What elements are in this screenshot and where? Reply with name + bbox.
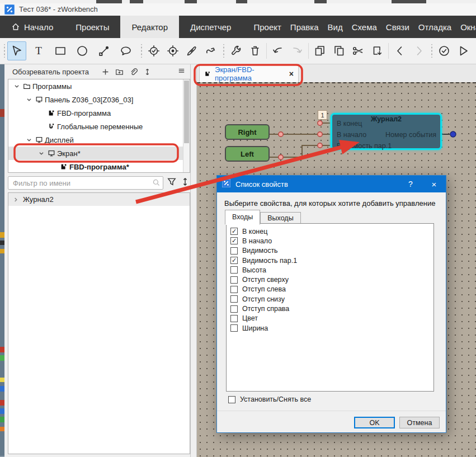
tab-close-icon[interactable]: ×	[289, 69, 294, 78]
check-circle-button[interactable]	[435, 41, 454, 60]
toolbar-separator	[308, 43, 309, 59]
canvas-button-right[interactable]: Right	[225, 124, 270, 140]
property-checkbox[interactable]: ✓	[230, 237, 238, 244]
tree-expander-icon[interactable]	[36, 149, 46, 157]
property-checkbox[interactable]	[230, 286, 238, 293]
tree-item-6[interactable]: FBD-программа*	[8, 160, 190, 173]
comment-tool-button[interactable]	[116, 41, 135, 60]
panel-menu-icon[interactable]	[177, 67, 186, 77]
property-item-4[interactable]: Высота	[227, 265, 433, 275]
dialog-icon	[222, 179, 230, 190]
tree-expander-icon[interactable]	[24, 96, 34, 103]
select-all-checkbox[interactable]	[228, 396, 235, 403]
connector-tool-button[interactable]	[95, 41, 114, 60]
expand-collapse-button[interactable]	[180, 177, 190, 189]
tree-item-label: Глобальные переменные	[57, 123, 143, 131]
menu-item[interactable]: Проект	[249, 16, 285, 38]
chevron-left-button[interactable]	[390, 41, 409, 60]
select-cursor-button[interactable]	[7, 41, 26, 60]
select-all-row[interactable]: Установить/Снять все	[228, 395, 311, 403]
tree-item-1[interactable]: Панель Z036_03[Z036_03]	[8, 93, 190, 106]
paste-special-button[interactable]	[367, 41, 387, 60]
menu-item[interactable]: Отладка	[414, 16, 456, 38]
run-button[interactable]	[454, 41, 473, 60]
target-button[interactable]	[163, 41, 182, 60]
dialog-close-button[interactable]: ×	[422, 176, 446, 192]
property-item-7[interactable]: Отступ снизу	[227, 294, 433, 304]
property-item-0[interactable]: ✓В конец	[227, 227, 433, 236]
property-checkbox[interactable]	[230, 315, 238, 322]
ribbon-tab-home[interactable]: Начало	[0, 16, 64, 38]
menu-item[interactable]: Окна	[456, 16, 476, 38]
menu-item[interactable]: Правка	[286, 16, 323, 38]
tree-item-3[interactable]: Глобальные переменные	[8, 120, 190, 133]
trash-button[interactable]	[246, 41, 265, 60]
menu-item[interactable]: Схема	[347, 16, 381, 38]
block-output-port[interactable]: Номер события	[385, 131, 436, 139]
tree-scrollbar[interactable]	[183, 79, 190, 172]
property-item-10[interactable]: Ширина	[227, 323, 433, 333]
undo-button[interactable]	[268, 41, 288, 60]
property-checkbox[interactable]: ✓	[230, 257, 238, 264]
loop-arrow-button[interactable]	[201, 41, 220, 60]
tab-screen-fbd-program[interactable]: Экран/FBD-программа ×	[199, 65, 299, 82]
property-item-9[interactable]: Цвет	[227, 314, 433, 323]
cancel-button[interactable]: Отмена	[399, 417, 440, 428]
ok-button[interactable]: OK	[354, 417, 395, 428]
dialog-help-button[interactable]: ?	[399, 176, 422, 192]
tree-item-5[interactable]: Экран*	[8, 147, 190, 160]
rectangle-tool-button[interactable]	[51, 41, 70, 60]
property-item-1[interactable]: ✓В начало	[227, 236, 433, 246]
tab-label: Экран/FBD-программа	[215, 65, 281, 82]
menu-item[interactable]: Вид	[323, 16, 347, 38]
tree-item-4[interactable]: Дисплей	[8, 133, 190, 147]
property-item-5[interactable]: Отступ сверху	[227, 275, 433, 284]
journal-block[interactable]: Журнал2 В конец В начало Видимость пар.1…	[331, 113, 442, 150]
block-input-port[interactable]: В начало	[337, 131, 366, 139]
wrench-button[interactable]	[227, 41, 246, 60]
ribbon-tab-projects[interactable]: Проекты	[64, 16, 120, 38]
menu-item[interactable]: Связи	[381, 16, 414, 38]
property-item-6[interactable]: Отступ слева	[227, 285, 433, 294]
tree-item-0[interactable]: Программы	[8, 79, 190, 93]
panel-splitter[interactable]	[190, 64, 197, 457]
property-item-8[interactable]: Отступ справа	[227, 304, 433, 313]
property-checkbox[interactable]	[230, 324, 238, 332]
canvas-button-left[interactable]: Left	[225, 146, 270, 162]
paste-button[interactable]	[329, 41, 348, 60]
block-input-port[interactable]: Видимость пар.1	[337, 142, 392, 150]
ellipse-tool-button[interactable]	[73, 41, 92, 60]
toolbar: T	[0, 38, 476, 64]
tree-expander-icon[interactable]	[24, 136, 34, 144]
ribbon-tab-editor[interactable]: Редактор	[120, 16, 179, 38]
cut-button[interactable]	[348, 41, 367, 60]
tree-expander-icon[interactable]	[12, 82, 21, 90]
toolbar-separator	[388, 43, 389, 59]
ribbon-tab-dispatcher[interactable]: Диспетчер	[179, 16, 242, 38]
block-input-port[interactable]: В конец	[337, 120, 362, 128]
property-checkbox[interactable]	[230, 305, 238, 313]
link-icon[interactable]	[129, 68, 138, 76]
add-icon[interactable]	[101, 68, 110, 76]
property-item-3[interactable]: ✓Видимость пар.1	[227, 256, 433, 265]
tree-item-2[interactable]: FBD-программа	[8, 106, 190, 120]
add-folder-icon[interactable]	[115, 68, 124, 76]
copy-button[interactable]	[310, 41, 329, 60]
tab-inputs[interactable]: Входы	[225, 210, 260, 225]
text-tool-button[interactable]: T	[29, 41, 48, 60]
property-checkbox[interactable]	[230, 295, 238, 303]
filter-funnel-button[interactable]	[167, 177, 177, 189]
property-checkbox[interactable]: ✓	[230, 228, 238, 235]
list-item-journal[interactable]: Журнал2	[8, 193, 190, 206]
property-checkbox[interactable]	[230, 247, 238, 255]
dialog-title-bar[interactable]: Список свойств ? ×	[217, 176, 446, 192]
rocket-button[interactable]	[182, 41, 201, 60]
expand-icon[interactable]	[143, 68, 152, 76]
property-item-2[interactable]: Видимость	[227, 246, 433, 256]
list-expander-icon[interactable]	[8, 196, 23, 204]
target-check-button[interactable]	[144, 41, 163, 60]
property-checkbox[interactable]	[230, 276, 238, 284]
dialog-tabs: Входы Выходы	[225, 210, 301, 225]
filter-input[interactable]	[8, 176, 163, 190]
property-checkbox[interactable]	[230, 266, 238, 274]
